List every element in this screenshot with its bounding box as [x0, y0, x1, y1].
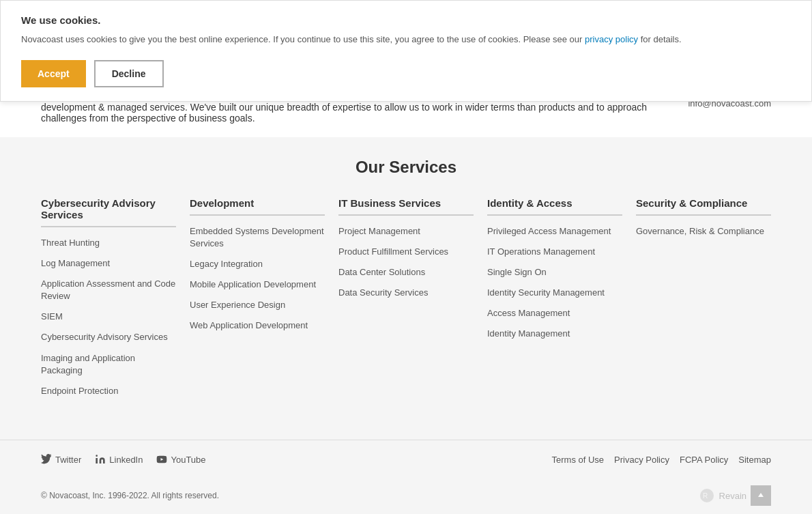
col-items-security: Governance, Risk & Compliance	[636, 225, 771, 238]
list-item: Application Assessment and Code Review	[41, 278, 176, 302]
list-item: Cybersecurity Advisory Services	[41, 331, 176, 343]
social-link-youtube[interactable]: YouTube	[156, 454, 205, 465]
list-item: Identity Management	[487, 328, 622, 340]
list-item: Access Management	[487, 307, 622, 319]
col-header-it-business: IT Business Services	[338, 197, 474, 216]
service-link[interactable]: Legacy Integration	[190, 258, 325, 270]
services-title: Our Services	[41, 158, 771, 177]
service-link[interactable]: Application Assessment and Code Review	[41, 278, 176, 302]
service-link[interactable]: Cybersecurity Advisory Services	[41, 331, 176, 343]
service-link[interactable]: Embedded Systems Development Services	[190, 225, 325, 250]
services-col-security: Security & ComplianceGovernance, Risk & …	[636, 197, 771, 406]
service-link[interactable]: Data Center Solutions	[338, 266, 474, 279]
revain-logo: R Revain	[699, 485, 771, 506]
page-body-text: development & managed services. We've bu…	[41, 102, 683, 124]
services-grid: Cybersecurity Advisory ServicesThreat Hu…	[41, 197, 771, 406]
footer-link[interactable]: Sitemap	[738, 455, 771, 465]
col-items-identity: Privileged Access ManagementIT Operation…	[487, 225, 622, 341]
col-items-it-business: Project ManagementProduct Fulfillment Se…	[338, 225, 474, 300]
footer-link[interactable]: FCPA Policy	[680, 455, 728, 465]
service-link[interactable]: Imaging and Application Packaging	[41, 352, 176, 377]
social-label: YouTube	[171, 455, 205, 465]
service-link[interactable]: SIEM	[41, 311, 176, 323]
col-header-security: Security & Compliance	[636, 197, 771, 216]
col-header-cybersecurity: Cybersecurity Advisory Services	[41, 197, 176, 227]
list-item: Governance, Risk & Compliance	[636, 225, 771, 238]
service-link[interactable]: Identity Security Management	[487, 287, 622, 299]
list-item: Legacy Integration	[190, 258, 325, 270]
cookie-title: We use cookies.	[21, 14, 791, 26]
list-item: Product Fulfillment Services	[338, 246, 474, 258]
social-link-twitter[interactable]: Twitter	[41, 454, 81, 465]
services-section: Our Services Cybersecurity Advisory Serv…	[0, 137, 812, 440]
service-link[interactable]: Access Management	[487, 307, 622, 319]
social-link-linkedin[interactable]: LinkedIn	[95, 454, 143, 465]
social-links: TwitterLinkedInYouTube	[41, 454, 206, 465]
svg-text:R: R	[703, 492, 708, 500]
social-label: Twitter	[55, 455, 81, 465]
footer-link[interactable]: Terms of Use	[552, 455, 605, 465]
services-col-cybersecurity: Cybersecurity Advisory ServicesThreat Hu…	[41, 197, 190, 406]
list-item: User Experience Design	[190, 299, 325, 311]
services-col-identity: Identity & AccessPrivileged Access Manag…	[487, 197, 636, 406]
accept-button[interactable]: Accept	[21, 60, 86, 87]
list-item: Mobile Application Development	[190, 279, 325, 291]
service-link[interactable]: IT Operations Management	[487, 246, 622, 258]
services-col-it-business: IT Business ServicesProject ManagementPr…	[338, 197, 487, 406]
list-item: Web Application Development	[190, 319, 325, 332]
service-link[interactable]: Data Security Services	[338, 287, 474, 299]
list-item: Privileged Access Management	[487, 225, 622, 238]
service-link[interactable]: Single Sign On	[487, 266, 622, 279]
list-item: Embedded Systems Development Services	[190, 225, 325, 250]
service-link[interactable]: Privileged Access Management	[487, 225, 622, 238]
list-item: SIEM	[41, 311, 176, 323]
services-col-development: DevelopmentEmbedded Systems Development …	[190, 197, 338, 406]
cookie-banner: We use cookies. Novacoast uses cookies t…	[0, 0, 812, 102]
list-item: Single Sign On	[487, 266, 622, 279]
scroll-top-button[interactable]	[751, 485, 771, 506]
col-items-development: Embedded Systems Development ServicesLeg…	[190, 225, 325, 332]
footer-link[interactable]: Privacy Policy	[614, 455, 669, 465]
cookie-text: Novacoast uses cookies to give you the b…	[21, 33, 791, 46]
list-item: IT Operations Management	[487, 246, 622, 258]
list-item: Imaging and Application Packaging	[41, 352, 176, 377]
social-label: LinkedIn	[109, 455, 143, 465]
footer-copyright: © Novacoast, Inc. 1996-2022. All rights …	[0, 479, 812, 514]
list-item: Project Management	[338, 225, 474, 238]
col-items-cybersecurity: Threat HuntingLog ManagementApplication …	[41, 237, 176, 398]
service-link[interactable]: Product Fulfillment Services	[338, 246, 474, 258]
footer-social: TwitterLinkedInYouTube Terms of UsePriva…	[0, 440, 812, 479]
service-link[interactable]: Endpoint Protection	[41, 385, 176, 397]
list-item: Threat Hunting	[41, 237, 176, 249]
col-header-development: Development	[190, 197, 325, 216]
cookie-buttons: Accept Decline	[21, 60, 791, 87]
list-item: Data Security Services	[338, 287, 474, 299]
list-item: Identity Security Management	[487, 287, 622, 299]
service-link[interactable]: Threat Hunting	[41, 237, 176, 249]
footer-links: Terms of UsePrivacy PolicyFCPA PolicySit…	[552, 455, 771, 465]
service-link[interactable]: Mobile Application Development	[190, 279, 325, 291]
content-row: development & managed services. We've bu…	[0, 102, 812, 137]
col-header-identity: Identity & Access	[487, 197, 622, 216]
service-link[interactable]: Identity Management	[487, 328, 622, 340]
list-item: Endpoint Protection	[41, 385, 176, 397]
copyright-text: © Novacoast, Inc. 1996-2022. All rights …	[41, 491, 219, 500]
service-link[interactable]: Log Management	[41, 257, 176, 270]
service-link[interactable]: User Experience Design	[190, 299, 325, 311]
list-item: Log Management	[41, 257, 176, 270]
svg-point-0	[96, 455, 98, 457]
revain-icon: R	[699, 487, 715, 504]
service-link[interactable]: Web Application Development	[190, 319, 325, 332]
list-item: Data Center Solutions	[338, 266, 474, 279]
service-link[interactable]: Governance, Risk & Compliance	[636, 225, 771, 238]
privacy-policy-link[interactable]: privacy policy	[585, 34, 638, 44]
decline-button[interactable]: Decline	[94, 60, 164, 87]
service-link[interactable]: Project Management	[338, 225, 474, 238]
